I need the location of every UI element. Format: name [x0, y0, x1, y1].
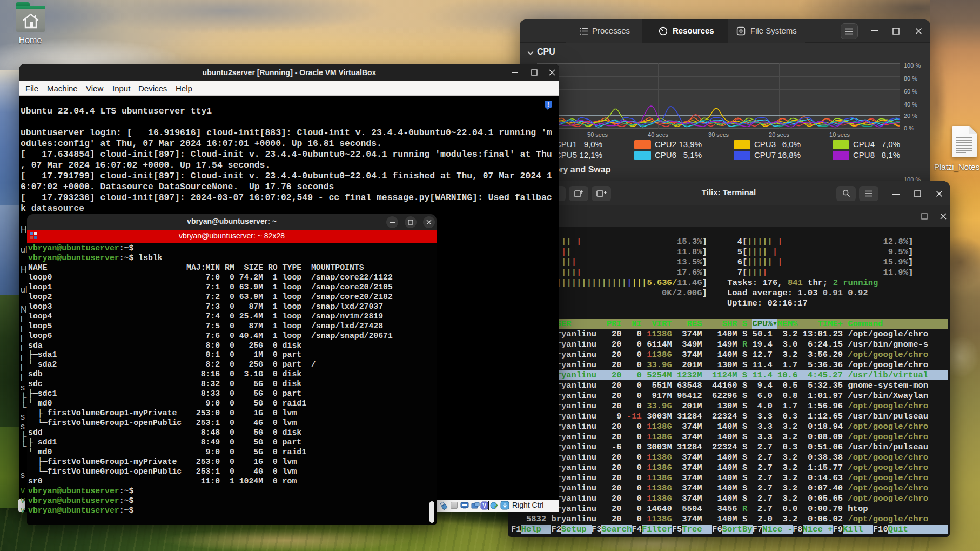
svg-text:V: V	[482, 503, 486, 509]
